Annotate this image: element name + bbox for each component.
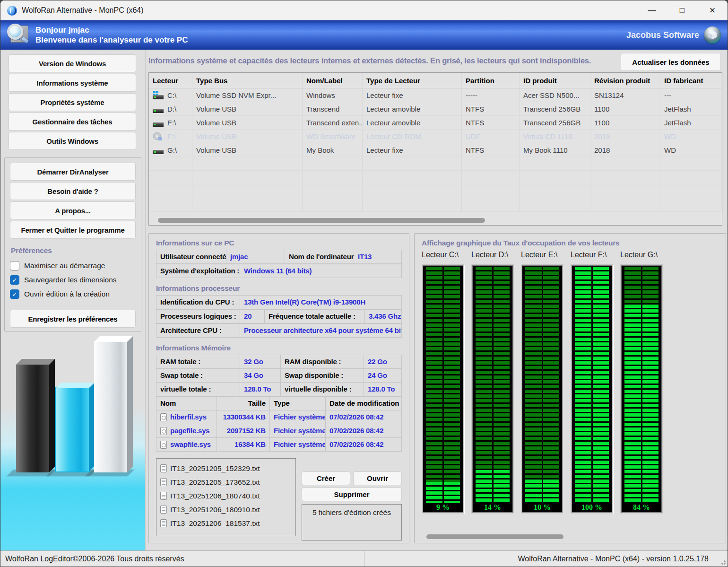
gauge-bar: 14 %	[471, 264, 514, 514]
drive-cell: SN13124	[590, 88, 660, 102]
gauge-label: Lecteur F:\	[571, 251, 613, 263]
drive-letter: F:\	[167, 132, 176, 140]
delete-button[interactable]: Supprimer	[302, 488, 402, 501]
sidebar-actions: Démarrer DirAnalyserBesoin d'aide ?A pro…	[10, 163, 136, 239]
drive-letter: C:\	[167, 91, 176, 99]
status-bar: WolfoRan LogEditor©2006-2026 Tous droits…	[0, 550, 728, 567]
drive-cell: NTFS	[462, 116, 520, 130]
sidebar-button[interactable]: Propriétés système	[9, 93, 136, 111]
save-preferences-button[interactable]: Enregistrer les préférences	[10, 310, 136, 328]
computer-label: Nom de l'ordinateur :	[285, 250, 354, 264]
preference-option[interactable]: Maximiser au démarrage	[10, 259, 136, 273]
memory-label: RAM totale :	[156, 355, 240, 369]
brand-name: Jacobus Software	[626, 30, 699, 40]
drive-row[interactable]: E:\Volume USBTranscend exten...Lecteur a…	[149, 116, 722, 130]
drive-cell: Lecteur fixe	[363, 88, 462, 102]
sidebar-action-button[interactable]: Fermer et Quitter le programme	[10, 221, 136, 239]
cpu-id-label: Identification du CPU :	[156, 296, 240, 309]
column-header[interactable]: ID produit	[520, 73, 590, 88]
gauges-panel: Affichage graphique du Taux d'occupation…	[414, 233, 726, 543]
edit-file-item[interactable]: IT13_20251206_181537.txt	[160, 516, 292, 530]
edit-file-item[interactable]: IT13_20251206_180740.txt	[160, 489, 292, 503]
drive-cell: NTFS	[462, 102, 520, 116]
cpu-info-title: Informations processeur	[156, 284, 402, 293]
status-copyright: WolfoRan LogEditor©2006-2026 Tous droits…	[0, 551, 364, 567]
system-files-table: NomTailleTypeDate de modificationhiberfi…	[156, 396, 402, 452]
minimize-button[interactable]: —	[637, 0, 667, 20]
sidebar-action-button[interactable]: Démarrer DirAnalyser	[10, 163, 136, 181]
magnifier-icon	[6, 24, 31, 47]
pc-info-title: Informations sur ce PC	[156, 239, 402, 247]
column-header[interactable]: ID fabricant	[660, 73, 722, 88]
gauge-percent: 100 %	[572, 503, 612, 512]
column-header[interactable]: Partition	[462, 73, 520, 88]
drive-cell: Transcend	[303, 102, 363, 116]
drive-table-hscrollbar[interactable]	[158, 218, 485, 223]
checkbox-icon[interactable]	[10, 261, 19, 270]
files-column-header: Type	[270, 397, 326, 410]
pc-user-table: Utilisateur connecté : jmjac Nom de l'or…	[156, 250, 402, 264]
checkbox-icon[interactable]: ✓	[10, 289, 19, 299]
edit-file-item[interactable]: IT13_20251205_173652.txt	[160, 475, 292, 489]
resize-grip[interactable]	[719, 558, 726, 565]
text-file-icon	[160, 464, 167, 472]
cpu-arch-value: Processeur architecture x64 pour système…	[240, 324, 402, 338]
memory-label: Swap disponible :	[281, 369, 364, 383]
sidebar-button[interactable]: Outils Windows	[9, 132, 136, 150]
drive-cell: -----	[462, 88, 520, 102]
sidebar-button[interactable]: Informations système	[9, 74, 136, 92]
windows-drive-icon	[153, 91, 164, 99]
art-bar-dark	[16, 365, 49, 472]
empty-row	[149, 157, 722, 171]
drives-description: Informations système et capacités des le…	[148, 56, 616, 65]
preference-option[interactable]: ✓Ouvrir édition à la création	[10, 287, 136, 301]
sidebar-action-button[interactable]: Besoin d'aide ?	[10, 182, 136, 200]
edit-files-status: 5 fichiers d'édition créés	[302, 504, 402, 541]
system-file-date: 07/02/2026 08:42	[326, 410, 402, 424]
sidebar-action-button[interactable]: A propos...	[10, 201, 136, 219]
open-button[interactable]: Ouvrir	[353, 471, 402, 485]
memory-value: 22 Go	[364, 355, 402, 369]
drive-row[interactable]: C:\Volume SSD NVM Expr...WindowsLecteur …	[149, 88, 722, 102]
preference-option[interactable]: ✓Sauvegarder les dimensions	[10, 273, 136, 287]
sidebar-divider	[145, 50, 146, 550]
sidebar-button[interactable]: Version de Windows	[9, 54, 136, 72]
column-header[interactable]: Type de Lecteur	[363, 73, 462, 88]
drive-cell: Acer SSD N500...	[520, 88, 590, 102]
drive-row[interactable]: G:\Volume USBMy BookLecteur fixeNTFSMy B…	[149, 143, 722, 157]
edit-files-list[interactable]: IT13_20251205_152329.txtIT13_20251205_17…	[156, 458, 296, 536]
window-controls: — □ ×	[637, 0, 728, 20]
checkbox-icon[interactable]: ✓	[10, 275, 19, 285]
drive-cell: Lecteur fixe	[363, 143, 462, 157]
maximize-button[interactable]: □	[667, 0, 697, 20]
drive-row[interactable]: D:\Volume USBTranscendLecteur amovibleNT…	[149, 102, 722, 116]
edit-file-item[interactable]: IT13_20251206_180910.txt	[160, 503, 292, 516]
refresh-data-button[interactable]: Actualiser les données	[621, 53, 721, 71]
gauge-bar: 84 %	[620, 264, 663, 514]
usb-drive-icon	[153, 146, 164, 154]
pc-os-table: Système d'exploitation : Windows 11 (64 …	[156, 264, 402, 278]
system-file-size: 16384 KB	[217, 438, 270, 452]
system-file-name: hiberfil.sys	[156, 410, 217, 424]
column-header[interactable]: Révision produit	[590, 73, 660, 88]
gauge-label: Lecteur E:\	[521, 251, 563, 263]
system-file-type: Fichier système	[270, 410, 326, 424]
cpu-logical-row: Processeurs logiques : 20 Fréquence tota…	[156, 309, 402, 323]
preference-label: Ouvrir édition à la création	[24, 290, 110, 298]
edit-file-item[interactable]: IT13_20251205_152329.txt	[160, 462, 292, 475]
close-button[interactable]: ×	[697, 0, 728, 20]
sidebar-button[interactable]: Gestionnaire des tâches	[9, 113, 136, 131]
drive-gauge: Lecteur E:\10 %	[521, 251, 563, 514]
drive-cell: 1100	[590, 116, 660, 130]
cpu-logical-label: Processeurs logiques :	[156, 310, 240, 323]
drive-gauge: Lecteur D:\14 %	[471, 251, 514, 514]
cpu-logical-value: 20	[240, 310, 265, 323]
gauges-hscrollbar[interactable]	[426, 534, 563, 539]
create-button[interactable]: Créer	[302, 471, 350, 485]
column-header[interactable]: Lecteur	[149, 73, 192, 88]
empty-row	[149, 171, 722, 184]
column-header[interactable]: Nom/Label	[303, 73, 363, 88]
preferences-options: Maximiser au démarrage✓Sauvegarder les d…	[10, 259, 136, 301]
drive-row[interactable]: F:\Volume USBWD SmartWareLecteur CD-ROMU…	[149, 130, 722, 143]
column-header[interactable]: Type Bus	[192, 73, 303, 88]
